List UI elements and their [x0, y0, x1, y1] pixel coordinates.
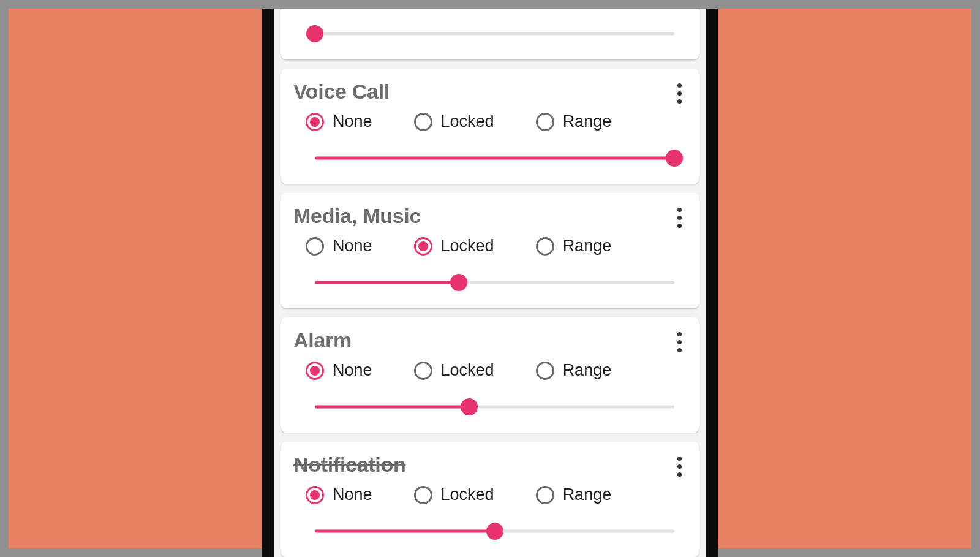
card-voice-call: Voice Call None Locked Range [281, 69, 699, 184]
radio-range[interactable]: Range [536, 361, 612, 380]
volume-slider[interactable] [315, 398, 674, 415]
radio-label: Locked [441, 112, 494, 131]
radio-button-icon [306, 237, 324, 256]
radio-range[interactable]: Range [536, 485, 612, 504]
volume-slider[interactable] [315, 150, 674, 167]
radio-button-icon [306, 113, 324, 131]
radio-label: Locked [441, 361, 494, 380]
slider-thumb[interactable] [450, 274, 467, 291]
radio-none[interactable]: None [306, 361, 372, 380]
card-title: Notification [293, 453, 687, 477]
radio-locked[interactable]: Locked [414, 485, 494, 504]
slider-thumb[interactable] [666, 150, 683, 167]
more-vert-icon[interactable] [671, 330, 688, 354]
slider-thumb[interactable] [461, 398, 478, 415]
radio-group: None Locked Range [293, 485, 687, 504]
slider-thumb[interactable] [306, 25, 323, 42]
radio-button-icon [306, 362, 324, 380]
phone-frame: Ringtone None Locked Range [262, 9, 718, 557]
card-title: Media, Music [293, 204, 687, 228]
volume-slider[interactable] [315, 25, 674, 42]
radio-locked[interactable]: Locked [414, 237, 494, 256]
radio-button-icon [414, 237, 432, 256]
phone-screen: Ringtone None Locked Range [274, 9, 706, 557]
radio-label: Locked [441, 237, 494, 256]
slider-track [315, 32, 674, 36]
radio-label: None [333, 361, 372, 380]
radio-label: Range [563, 361, 612, 380]
radio-label: Range [563, 112, 612, 131]
card-notification: Notification None Locked Range [281, 442, 699, 557]
slider-thumb[interactable] [486, 523, 503, 540]
slider-fill [315, 281, 459, 284]
radio-label: Range [563, 237, 612, 256]
radio-button-icon [536, 237, 554, 256]
radio-button-icon [414, 362, 432, 380]
more-vert-icon[interactable] [671, 81, 688, 105]
card-alarm: Alarm None Locked Range [281, 317, 699, 433]
radio-group: None Locked Range [293, 112, 687, 131]
radio-label: Range [563, 485, 612, 504]
radio-label: None [333, 237, 372, 256]
scroll-area[interactable]: Ringtone None Locked Range [274, 9, 706, 557]
radio-range[interactable]: Range [536, 237, 612, 256]
radio-label: None [333, 112, 372, 131]
radio-locked[interactable]: Locked [414, 112, 494, 131]
slider-fill [315, 406, 469, 409]
radio-button-icon [536, 486, 554, 504]
radio-label: Locked [441, 485, 494, 504]
radio-group: None Locked Range [293, 237, 687, 256]
radio-button-icon [414, 486, 432, 504]
more-vert-icon[interactable] [671, 205, 688, 230]
radio-none[interactable]: None [306, 237, 372, 256]
radio-none[interactable]: None [306, 112, 372, 131]
more-vert-icon[interactable] [671, 454, 688, 479]
volume-slider[interactable] [315, 523, 674, 540]
radio-none[interactable]: None [306, 485, 372, 504]
radio-range[interactable]: Range [536, 112, 612, 131]
radio-button-icon [306, 486, 324, 504]
slider-fill [315, 157, 674, 160]
radio-button-icon [536, 362, 554, 380]
radio-group: None Locked Range [293, 361, 687, 380]
radio-button-icon [414, 113, 432, 131]
radio-label: None [333, 485, 372, 504]
radio-button-icon [536, 113, 554, 131]
card-ringtone: Ringtone None Locked Range [281, 9, 699, 59]
radio-locked[interactable]: Locked [414, 361, 494, 380]
card-title: Alarm [293, 328, 687, 352]
card-title: Voice Call [293, 80, 687, 104]
volume-slider[interactable] [315, 274, 674, 291]
card-media-music: Media, Music None Locked Range [281, 193, 699, 308]
slider-fill [315, 530, 495, 533]
